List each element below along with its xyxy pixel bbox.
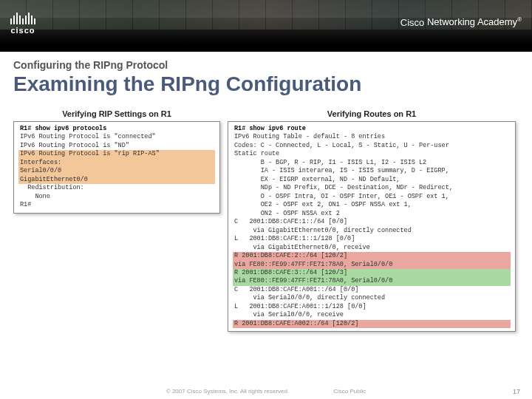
left-terminal-panel: R1# show ipv6 protocolsIPv6 Routing Prot…	[13, 121, 220, 214]
terminal-line: Interfaces:	[18, 159, 215, 167]
terminal-line: B - BGP, R - RIP, I1 - ISIS L1, I2 - ISI…	[233, 159, 511, 167]
terminal-line: Redistribution:	[18, 184, 215, 192]
cisco-logo: cisco	[10, 10, 35, 35]
slide-subtitle: Configuring the RIPng Protocol	[13, 59, 532, 71]
terminal-line: C 2001:DB8:CAFE:1::/64 [0/0]	[233, 218, 511, 226]
terminal-line: R 2001:DB8:CAFE:3::/64 [120/3]	[233, 269, 511, 277]
terminal-line: R1# show ipv6 protocols	[18, 125, 215, 133]
terminal-line: L 2001:DB8:CAFE:A001::1/128 [0/0]	[233, 303, 511, 311]
terminal-line: Codes: C - Connected, L - Local, S - Sta…	[233, 142, 511, 150]
cisco-logo-bars	[10, 10, 35, 24]
terminal-line: R1#	[18, 201, 215, 209]
terminal-line: Serial0/0/0	[18, 167, 215, 175]
slide-header: cisco Cisco Networking Academy®	[0, 0, 532, 44]
terminal-line: OE2 - OSPF ext 2, ON1 - OSPF NSSA ext 1,	[233, 201, 511, 209]
footer-copyright: © 2007 Cisco Systems, Inc. All rights re…	[166, 388, 289, 395]
right-panel-wrap: Verifying Routes on R1 R1# show ipv6 rou…	[228, 109, 516, 332]
slide-footer: © 2007 Cisco Systems, Inc. All rights re…	[0, 388, 532, 395]
footer-page-number: 17	[513, 388, 520, 395]
terminal-line: via GigabitEthernet0/0, receive	[233, 244, 511, 252]
terminal-line: Static route	[233, 150, 511, 158]
right-panel-caption: Verifying Routes on R1	[228, 109, 516, 118]
terminal-line: IPv6 Routing Protocol is "rip RIP-AS"	[18, 150, 215, 158]
cisco-logo-text: cisco	[10, 26, 35, 35]
terminal-line: O - OSPF Intra, OI - OSPF Inter, OE1 - O…	[233, 193, 511, 201]
terminal-line: R 2001:DB8:CAFE:2::/64 [120/2]	[233, 252, 511, 260]
terminal-line: GigabitEthernet0/0	[18, 176, 215, 184]
terminal-line: via FE80::FE99:47FF:FE71:78A0, Serial0/0…	[233, 277, 511, 285]
terminal-line: IPv6 Routing Protocol is "ND"	[18, 142, 215, 150]
terminal-line: L 2001:DB8:CAFE:1::1/128 [0/0]	[233, 235, 511, 243]
academy-label: Cisco Networking Academy®	[400, 16, 522, 27]
terminal-line: EX - EIGRP external, ND - ND Default,	[233, 176, 511, 184]
content-panels: Verifying RIP Settings on R1 R1# show ip…	[13, 109, 519, 332]
terminal-line: via Serial0/0/0, receive	[233, 311, 511, 319]
terminal-line: R1# show ipv6 route	[233, 125, 511, 133]
footer-classification: Cisco Public	[333, 388, 366, 395]
terminal-line: NDp - ND Prefix, DCE - Destination, NDr …	[233, 184, 511, 192]
terminal-line: via GigabitEthernet0/0, directly connect…	[233, 227, 511, 235]
terminal-line: via FE80::FE99:47FF:FE71:78A0, Serial0/0…	[233, 261, 511, 269]
terminal-line: C 2001:DB8:CAFE:A001::/64 [0/0]	[233, 286, 511, 294]
slide-title: Examining the RIPng Configuration	[13, 72, 532, 96]
header-divider	[0, 44, 532, 52]
terminal-line: None	[18, 193, 215, 201]
left-panel-wrap: Verifying RIP Settings on R1 R1# show ip…	[13, 109, 220, 214]
terminal-line: ON2 - OSPF NSSA ext 2	[233, 210, 511, 218]
terminal-line: IPv6 Routing Table - default - 8 entries	[233, 133, 511, 141]
terminal-line: IA - ISIS interarea, IS - ISIS summary, …	[233, 167, 511, 175]
terminal-line: R 2001:DB8:CAFE:A002::/64 [120/2]	[233, 320, 511, 328]
terminal-line: via Serial0/0/0, directly connected	[233, 294, 511, 302]
left-panel-caption: Verifying RIP Settings on R1	[13, 109, 220, 118]
terminal-line: IPv6 Routing Protocol is "connected"	[18, 133, 215, 141]
right-terminal-panel: R1# show ipv6 routeIPv6 Routing Table - …	[228, 121, 516, 332]
